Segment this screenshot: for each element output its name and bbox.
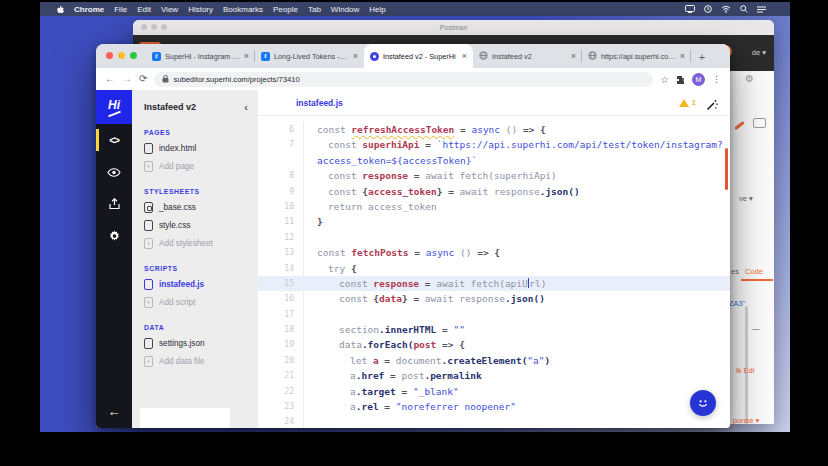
bookmark-star-icon[interactable]: ☆ — [660, 74, 669, 85]
code-line-11[interactable]: 11} — [258, 214, 730, 229]
code-line-14[interactable]: 14try { — [258, 261, 730, 276]
code-editor-text[interactable]: 6const refreshAccessToken = async () => … — [258, 116, 730, 428]
superhi-chat-button[interactable] — [690, 390, 716, 416]
extension-puzzle-icon[interactable] — [676, 75, 685, 84]
menubar-item-chrome[interactable]: Chrome — [74, 5, 104, 14]
menubar-item-file[interactable]: File — [114, 5, 127, 14]
postman-bulk-edit-link[interactable]: lk Edi — [736, 366, 754, 375]
back-arrow-button[interactable]: ← — [96, 394, 132, 428]
menubar-item-help[interactable]: Help — [369, 5, 385, 14]
code-line-23[interactable]: 23a.rel = "noreferrer noopener" — [258, 399, 730, 414]
postman-edit-pencil-icon[interactable] — [734, 121, 745, 130]
sidebar-item-add-script[interactable]: Add script — [144, 293, 258, 311]
menubar-item-view[interactable]: View — [161, 5, 178, 14]
line-number: 16 — [258, 291, 304, 306]
browser-tab-2[interactable]: fLong-Lived Tokens - Inst...× — [255, 44, 364, 68]
minimize-window-button[interactable] — [118, 52, 125, 59]
menubar-item-tab[interactable]: Tab — [308, 5, 321, 14]
browser-tab-4[interactable]: Instafeed v2× — [473, 44, 582, 68]
code-line-19[interactable]: 19data.forEach(post => { — [258, 337, 730, 352]
browser-tab-1[interactable]: fSuperHi - Instagram Bas...× — [146, 44, 255, 68]
settings-tab[interactable] — [96, 220, 132, 252]
postman-response-section[interactable]: ponse ▾ — [733, 416, 759, 425]
close-window-button[interactable] — [106, 52, 113, 59]
forward-button[interactable]: → — [122, 74, 132, 84]
tab-close-icon[interactable]: × — [680, 52, 685, 61]
postman-save-button[interactable]: ve ▾ — [739, 194, 753, 203]
back-button[interactable]: ← — [105, 74, 115, 84]
sidebar-item--base-css[interactable]: _base.css — [144, 198, 258, 216]
code-line-content: const superhiApi = `https://api.superhi.… — [304, 137, 723, 152]
reload-button[interactable]: ⟳ — [139, 74, 147, 84]
code-line-22[interactable]: 22a.target = "_blank" — [258, 384, 730, 399]
profile-avatar[interactable]: M — [692, 73, 705, 86]
code-line-24[interactable]: 24 — [258, 414, 730, 428]
menubar-item-history[interactable]: History — [188, 5, 213, 14]
code-line-6[interactable]: 6const refreshAccessToken = async () => … — [258, 122, 730, 137]
gear-icon — [108, 230, 121, 243]
sidebar-item-add-page[interactable]: Add page — [144, 157, 258, 175]
code-line-9[interactable]: 9const {access_token} = await response.j… — [258, 184, 730, 199]
code-line-15[interactable]: 15const response = await fetch(apiUrl) — [258, 276, 730, 291]
editor-scrollbar-thumb[interactable] — [725, 148, 728, 190]
control-center-icon[interactable] — [757, 6, 766, 13]
chrome-menu-icon[interactable]: ⋮ — [712, 74, 721, 84]
code-line-8[interactable]: 8const response = await fetch(superhiApi… — [258, 168, 730, 183]
address-bar[interactable]: subeditor.superhi.com/projects/73410 — [154, 72, 653, 87]
code-line-17[interactable]: 17 — [258, 307, 730, 322]
code-line-13[interactable]: 13const fetchPosts = async () => { — [258, 245, 730, 260]
browser-tab-5[interactable]: https://api.superhi.com/a...× — [582, 44, 691, 68]
new-tab-button[interactable]: + — [691, 46, 713, 68]
tab-close-icon[interactable]: × — [571, 52, 576, 61]
postman-scrollbar[interactable] — [745, 306, 748, 424]
menubar-item-bookmarks[interactable]: Bookmarks — [223, 5, 263, 14]
menubar-item-edit[interactable]: Edit — [137, 5, 151, 14]
apple-menu-icon[interactable] — [56, 5, 64, 14]
sidebar-item-style-css[interactable]: style.css — [144, 216, 258, 234]
line-number: 15 — [258, 276, 304, 291]
zoom-window-button[interactable] — [130, 52, 137, 59]
menubar-item-window[interactable]: Window — [331, 5, 359, 14]
code-line-10[interactable]: 10return access_token — [258, 199, 730, 214]
code-line-16[interactable]: 16const {data} = await response.json() — [258, 291, 730, 306]
postman-code-tab[interactable]: Code — [745, 267, 763, 276]
collapse-sidebar-chevron[interactable]: ‹ — [244, 102, 248, 113]
warning-badge[interactable]: 1 — [679, 98, 696, 107]
tidy-code-wand-icon[interactable] — [706, 97, 718, 115]
line-number: 7 — [258, 137, 304, 152]
preview-tab[interactable] — [96, 156, 132, 188]
postman-mode-dropdown[interactable]: de ▾ — [752, 48, 766, 57]
postman-traffic-lights[interactable] — [141, 24, 167, 30]
browser-tab-3[interactable]: Instafeed v2 - SuperHi× — [364, 44, 473, 68]
code-line-20[interactable]: 20let a = document.createElement("a") — [258, 353, 730, 368]
code-line-21[interactable]: 21a.href = post.permalink — [258, 368, 730, 383]
superhi-logo[interactable]: Hi — [96, 90, 132, 124]
code-line-18[interactable]: 18section.innerHTML = "" — [258, 322, 730, 337]
clock-icon[interactable] — [704, 5, 712, 13]
sidebar-item-add-stylesheet[interactable]: Add stylesheet — [144, 234, 258, 252]
code-line-content: access_token=${accessToken}` — [304, 153, 477, 168]
sidebar-section-title: DATA — [144, 324, 258, 331]
code-view-tab[interactable]: <> — [96, 124, 132, 156]
spotlight-search-icon[interactable] — [740, 5, 748, 13]
add-file-icon — [144, 356, 153, 367]
publish-tab[interactable] — [96, 188, 132, 220]
display-mirroring-icon[interactable] — [685, 5, 695, 13]
editor-icon-rail: Hi <> ← — [96, 90, 132, 428]
code-line-content: const fetchPosts = async () => { — [304, 245, 500, 260]
share-upload-icon — [109, 198, 120, 210]
postman-settings-gear-icon[interactable]: ⚙ — [745, 73, 754, 84]
code-line-12[interactable]: 12 — [258, 230, 730, 245]
tab-close-icon[interactable]: × — [244, 52, 249, 61]
code-line-wrap[interactable]: access_token=${accessToken}` — [258, 153, 730, 168]
wifi-icon[interactable] — [721, 5, 731, 13]
postman-comment-icon[interactable] — [753, 118, 766, 128]
tab-close-icon[interactable]: × — [353, 52, 358, 61]
menubar-item-people[interactable]: People — [273, 5, 298, 14]
sidebar-item-add-data-file[interactable]: Add data file — [144, 352, 258, 370]
sidebar-item-index-html[interactable]: index.html — [144, 139, 258, 157]
sidebar-item-settings-json[interactable]: settings.json — [144, 334, 258, 352]
code-line-7[interactable]: 7const superhiApi = `https://api.superhi… — [258, 137, 730, 152]
sidebar-item-instafeed-js[interactable]: instafeed.js — [144, 275, 258, 293]
tab-close-icon[interactable]: × — [462, 52, 467, 61]
